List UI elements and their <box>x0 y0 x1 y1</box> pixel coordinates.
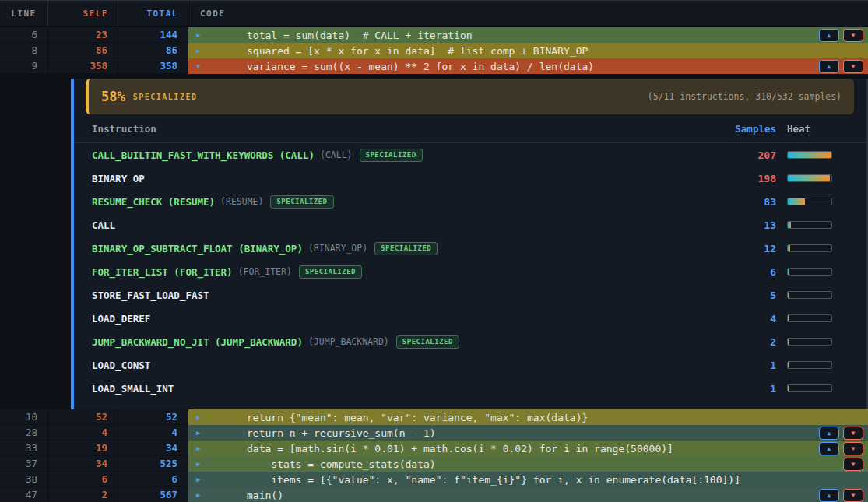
instruction-name: RESUME_CHECK (RESUME)(RESUME)SPECIALIZED <box>92 195 711 209</box>
nav-down-button[interactable]: ▼ <box>843 29 863 42</box>
samples-value: 83 <box>722 196 776 208</box>
nav-down-button[interactable]: ▼ <box>843 442 863 455</box>
expand-icon[interactable]: ▶ <box>196 491 212 499</box>
specialized-badge: SPECIALIZED <box>270 195 333 209</box>
instruction-table-header: Instruction Samples Heat <box>74 114 866 143</box>
instruction-name: BINARY_OP <box>92 173 711 184</box>
heat-bar <box>787 384 832 392</box>
line-number-cell: 10 <box>0 409 48 425</box>
line-number-cell: 33 <box>0 441 48 456</box>
code-cell[interactable]: ▶ stats = compute_stats(data)▼ <box>188 456 868 472</box>
self-samples-cell: 19 <box>48 441 118 456</box>
code-cell[interactable]: ▶data = [math.sin(i * 0.01) + math.cos(i… <box>188 441 868 456</box>
row-nav-buttons: ▲▼ <box>819 60 868 73</box>
nav-up-button[interactable]: ▲ <box>819 60 839 73</box>
self-samples-cell: 86 <box>48 43 118 58</box>
line-number-cell: 38 <box>0 472 48 487</box>
self-samples-cell: 358 <box>48 58 118 74</box>
expand-icon[interactable]: ▶ <box>196 444 212 452</box>
column-header-total[interactable]: TOTAL <box>118 1 188 26</box>
expand-icon[interactable]: ▶ <box>196 460 212 468</box>
instruction-name: LOAD_DEREF <box>92 313 711 325</box>
profiler-app: LINE SELF TOTAL CODE 623144▶total = sum(… <box>0 0 868 502</box>
heat-bar-fill <box>788 292 789 298</box>
row-nav-buttons: ▲▼ <box>819 427 868 440</box>
code-line-row: 88686▶squared = [x * x for x in data] # … <box>0 43 868 58</box>
collapse-icon[interactable]: ▼ <box>196 62 212 70</box>
instruction-row: BINARY_OP_SUBTRACT_FLOAT (BINARY_OP)(BIN… <box>74 237 866 260</box>
nav-down-button[interactable]: ▼ <box>843 458 863 471</box>
heat-bar <box>787 151 832 159</box>
specialized-badge: SPECIALIZED <box>360 149 423 162</box>
expand-icon[interactable]: ▶ <box>196 47 212 54</box>
samples-value: 207 <box>722 149 776 161</box>
column-header-line[interactable]: LINE <box>0 1 48 26</box>
total-samples-cell: 6 <box>118 472 188 487</box>
nav-down-button[interactable]: ▼ <box>843 489 863 502</box>
samples-value: 5 <box>722 290 776 301</box>
expand-icon[interactable]: ▶ <box>196 31 212 39</box>
instruction-name: JUMP_BACKWARD_NO_JIT (JUMP_BACKWARD)(JUM… <box>92 335 711 349</box>
specialized-badge: SPECIALIZED <box>299 265 362 279</box>
instruction-row: CALL13 <box>74 213 866 237</box>
specialized-label: SPECIALIZED <box>133 93 198 101</box>
nav-down-button[interactable]: ▼ <box>843 427 863 440</box>
nav-up-button[interactable]: ▲ <box>819 427 839 440</box>
code-text: return n + recursive_sum(n - 1) <box>247 427 436 439</box>
code-cell[interactable]: ▶return n + recursive_sum(n - 1)▲▼ <box>188 425 868 441</box>
heat-bar <box>787 174 832 182</box>
total-samples-cell: 567 <box>118 487 188 502</box>
line-number-cell: 47 <box>0 487 48 502</box>
expand-icon[interactable]: ▶ <box>196 476 212 483</box>
line-number-cell: 9 <box>0 58 48 74</box>
column-header-self[interactable]: SELF <box>48 1 118 26</box>
self-samples-cell: 6 <box>48 472 118 487</box>
code-line-row: 9358358▼variance = sum((x - mean) ** 2 f… <box>0 58 868 74</box>
self-samples-cell: 34 <box>48 456 118 472</box>
heat-bar-fill <box>788 269 789 275</box>
heat-bar-fill <box>788 152 831 158</box>
code-table-header: LINE SELF TOTAL CODE <box>0 1 868 27</box>
line-number-cell: 28 <box>0 425 48 441</box>
instruction-name: CALL <box>92 219 711 231</box>
heat-bar <box>787 361 832 369</box>
specialization-banner: 58% SPECIALIZED (5/11 instructions, 310/… <box>86 79 854 114</box>
row-nav-buttons: ▲▼ <box>819 489 868 502</box>
heat-bar-fill <box>788 339 789 345</box>
code-cell[interactable]: ▶total = sum(data) # CALL + iteration▲▼ <box>188 27 868 43</box>
samples-value: 2 <box>722 336 776 348</box>
code-cell[interactable]: ▶squared = [x * x for x in data] # list … <box>188 43 868 58</box>
expand-icon[interactable]: ▶ <box>196 413 212 421</box>
heat-bar <box>787 221 832 229</box>
self-samples-cell: 2 <box>48 487 118 502</box>
code-cell[interactable]: ▶return {"mean": mean, "var": variance, … <box>188 409 868 425</box>
nav-up-button[interactable]: ▲ <box>819 29 839 42</box>
instruction-name: LOAD_SMALL_INT <box>92 383 711 395</box>
instruction-name: FOR_ITER_LIST (FOR_ITER)(FOR_ITER)SPECIA… <box>92 265 711 279</box>
instruction-row: BINARY_OP198 <box>74 167 866 190</box>
code-text: variance = sum((x - mean) ** 2 for x in … <box>247 61 594 72</box>
column-header-samples[interactable]: Samples <box>722 123 776 135</box>
code-text: stats = compute_stats(data) <box>247 458 436 470</box>
nav-up-button[interactable]: ▲ <box>819 442 839 455</box>
line-detail-panel: 58% SPECIALIZED (5/11 instructions, 310/… <box>71 79 868 409</box>
code-cell[interactable]: ▶main()▲▼ <box>188 487 868 502</box>
nav-up-button[interactable]: ▲ <box>819 489 839 502</box>
instruction-row: LOAD_CONST1 <box>74 353 866 377</box>
specialization-meta: (5/11 instructions, 310/532 samples) <box>648 91 842 102</box>
samples-value: 6 <box>722 266 776 278</box>
instruction-row: FOR_ITER_LIST (FOR_ITER)(FOR_ITER)SPECIA… <box>74 260 866 283</box>
heat-bar <box>787 314 832 322</box>
code-text: main() <box>247 490 283 501</box>
row-nav-buttons: ▼ <box>843 458 868 471</box>
expand-icon[interactable]: ▶ <box>196 429 212 437</box>
code-cell[interactable]: ▶ items = [{"value": x, "name": f"item_{… <box>188 472 868 487</box>
self-samples-cell: 23 <box>48 27 118 43</box>
code-text: data = [math.sin(i * 0.01) + math.cos(i … <box>247 443 673 455</box>
self-samples-cell: 4 <box>48 425 118 441</box>
nav-down-button[interactable]: ▼ <box>843 60 863 73</box>
column-header-code[interactable]: CODE <box>188 1 868 26</box>
code-cell[interactable]: ▼variance = sum((x - mean) ** 2 for x in… <box>188 58 868 74</box>
row-nav-buttons: ▲▼ <box>819 29 868 42</box>
instruction-name: LOAD_CONST <box>92 360 711 371</box>
